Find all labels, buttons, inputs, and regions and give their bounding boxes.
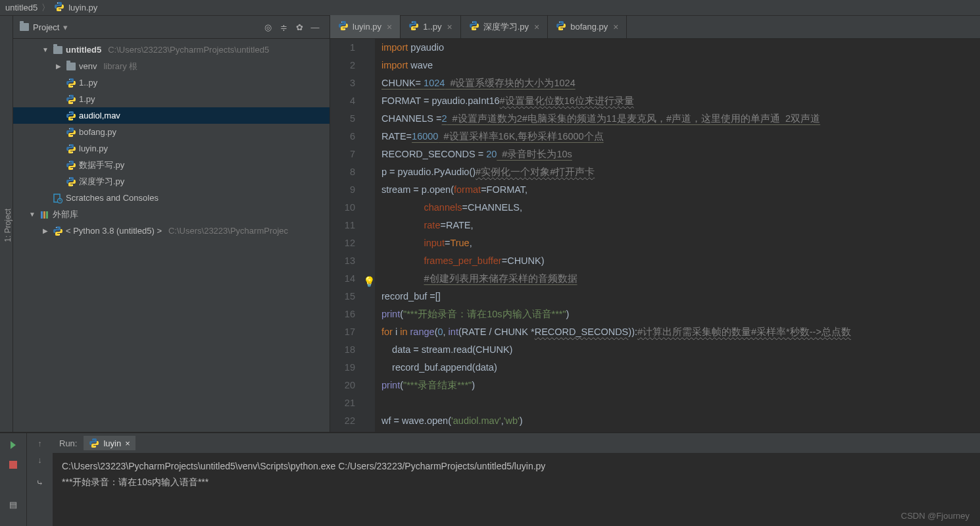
tree-item[interactable]: 深度学习.py — [13, 173, 330, 190]
expand-arrow-icon[interactable]: ▼ — [41, 46, 50, 53]
close-icon[interactable]: × — [613, 22, 618, 32]
breadcrumb-project[interactable]: untitled5 — [5, 3, 37, 13]
svg-point-23 — [341, 22, 342, 22]
close-icon[interactable]: × — [447, 22, 452, 32]
svg-point-2 — [69, 78, 70, 79]
run-config-tab[interactable]: luyin × — [84, 436, 135, 450]
fold-column: 💡 — [362, 39, 375, 432]
svg-point-29 — [559, 22, 560, 22]
editor-tab[interactable]: 深度学习.py× — [461, 15, 549, 38]
tree-item[interactable]: bofang.py — [13, 124, 330, 140]
svg-point-10 — [69, 144, 70, 145]
run-toolbar-left: ▤ — [0, 433, 26, 526]
py-icon — [66, 144, 76, 154]
svg-point-21 — [56, 226, 57, 227]
code-editor[interactable]: 12345678910111213141516171819202122 💡 im… — [330, 39, 980, 432]
stop-icon[interactable] — [7, 458, 20, 471]
expand-arrow-icon[interactable]: ▼ — [28, 211, 37, 218]
rerun-icon[interactable] — [7, 438, 20, 452]
run-label: Run: — [59, 438, 77, 448]
run-toolbar-mid: ↑ ↓ ⤷ — [26, 433, 53, 526]
watermark: CSDN @Fjourney — [901, 511, 969, 521]
tab-label: luyin.py — [353, 22, 381, 32]
line-number-gutter: 12345678910111213141516171819202122 — [330, 39, 362, 432]
tree-item[interactable]: luyin.py — [13, 140, 330, 157]
editor-tab[interactable]: 1..py× — [401, 15, 460, 38]
up-icon[interactable]: ↑ — [37, 438, 42, 448]
svg-point-14 — [69, 177, 70, 178]
project-tree[interactable]: ▼untitled5C:\Users\23223\PycharmProjects… — [13, 39, 330, 432]
svg-rect-20 — [46, 211, 48, 219]
project-tool-tab[interactable]: 1: Project — [3, 209, 12, 242]
layout-icon[interactable]: ▤ — [7, 498, 20, 511]
svg-point-11 — [72, 151, 73, 152]
svg-point-0 — [57, 3, 58, 3]
gear-icon[interactable]: ✿ — [291, 19, 307, 35]
editor-tab[interactable]: bofang.py× — [548, 15, 627, 38]
editor-tabs: luyin.py×1..py×深度学习.py×bofang.py× — [330, 16, 980, 39]
svg-point-30 — [562, 29, 563, 30]
tree-item-label: < Python 3.8 (untitled5) > — [66, 226, 162, 236]
run-output[interactable]: C:\Users\23223\PycharmProjects\untitled5… — [53, 453, 980, 526]
svg-point-27 — [472, 22, 473, 22]
svg-rect-19 — [43, 211, 45, 219]
scratch-icon — [53, 193, 63, 203]
run-config-name: luyin — [103, 438, 121, 448]
tree-item-dim: C:\Users\23223\PycharmProjec — [168, 226, 288, 236]
tab-label: 1..py — [423, 22, 441, 32]
tree-item[interactable]: ▶< Python 3.8 (untitled5) >C:\Users\2322… — [13, 223, 330, 239]
spacer — [7, 478, 20, 491]
svg-point-25 — [412, 22, 412, 22]
python-file-icon — [54, 1, 64, 14]
project-panel-title[interactable]: Project — [33, 22, 59, 32]
py-icon — [66, 94, 76, 105]
py-icon — [66, 111, 76, 121]
tree-item[interactable]: ▼外部库 — [13, 206, 330, 223]
run-header: Run: luyin × — [53, 433, 980, 453]
close-icon[interactable]: × — [534, 22, 539, 32]
project-panel: Project ▾ ◎ ≑ ✿ — ▼untitled5C:\Users\232… — [13, 16, 330, 432]
folder-icon — [20, 23, 29, 31]
select-opened-file-icon[interactable]: ◎ — [260, 19, 276, 35]
dropdown-icon[interactable]: ▾ — [63, 22, 68, 32]
tree-item-label: Scratches and Consoles — [66, 193, 159, 203]
run-panel: ▤ ↑ ↓ ⤷ Run: luyin × C:\Users\23223\Pych… — [0, 432, 980, 526]
tree-item-dim: library 根 — [103, 61, 137, 72]
tab-label: 深度学习.py — [483, 21, 529, 33]
tree-item-label: 1.py — [79, 94, 95, 104]
tree-item-label: luyin.py — [79, 144, 108, 153]
down-icon[interactable]: ↓ — [37, 455, 42, 465]
svg-rect-18 — [41, 211, 43, 219]
svg-point-12 — [69, 161, 70, 161]
python-file-icon — [469, 20, 479, 33]
py-icon — [66, 127, 76, 138]
expand-all-icon[interactable]: ≑ — [276, 19, 291, 35]
tree-item[interactable]: 1.py — [13, 91, 330, 107]
tree-item[interactable]: 数据手写.py — [13, 157, 330, 173]
close-icon[interactable]: × — [387, 22, 392, 32]
editor-tab[interactable]: luyin.py× — [330, 15, 401, 38]
breadcrumb-file[interactable]: luyin.py — [68, 3, 97, 13]
python-icon — [53, 226, 63, 236]
tree-item-label: 外部库 — [53, 209, 78, 221]
svg-point-9 — [72, 135, 73, 136]
folder-icon — [53, 45, 63, 55]
hide-icon[interactable]: — — [307, 19, 323, 35]
softwrap-icon[interactable]: ⤷ — [36, 478, 43, 488]
expand-arrow-icon[interactable]: ▶ — [41, 227, 50, 234]
tree-item[interactable]: ▼untitled5C:\Users\23223\PycharmProjects… — [13, 41, 330, 58]
expand-arrow-icon[interactable]: ▶ — [54, 63, 63, 70]
tree-item[interactable]: audiol,mav — [13, 107, 330, 124]
tree-item-label: bofang.py — [79, 127, 116, 137]
tree-item[interactable]: ▶venvlibrary 根 — [13, 58, 330, 74]
svg-point-15 — [72, 184, 73, 185]
svg-point-22 — [59, 234, 60, 234]
py-icon — [66, 160, 76, 171]
intention-bulb-icon[interactable]: 💡 — [363, 273, 376, 290]
close-icon[interactable]: × — [125, 438, 130, 448]
svg-rect-31 — [9, 461, 17, 469]
tree-item[interactable]: 1..py — [13, 74, 330, 91]
tree-item[interactable]: Scratches and Consoles — [13, 190, 330, 206]
code-content[interactable]: import pyaudio import wave CHUNK= 1024 #… — [375, 39, 980, 432]
editor-area: luyin.py×1..py×深度学习.py×bofang.py× 123456… — [330, 16, 980, 432]
